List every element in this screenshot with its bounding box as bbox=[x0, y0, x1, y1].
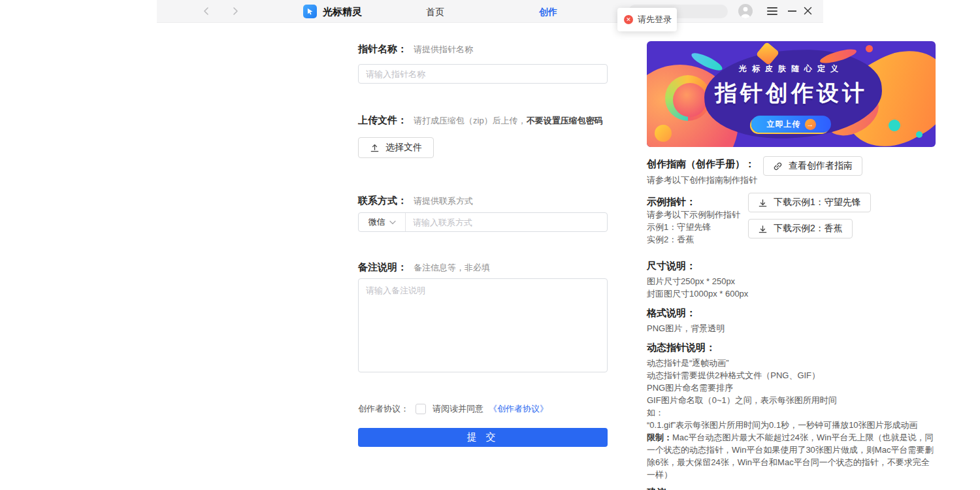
banner-text: 光标皮肤随心定义 指针创作设计 立即上传 → bbox=[647, 41, 936, 133]
app-window: 光标精灵 首页 创作 ✕ 请先登录 指针名称： bbox=[0, 0, 980, 490]
dynamic-line: “0.1.gif”表示每张图片所用时间为0.1秒，一秒钟可播放10张图片形成动画 bbox=[647, 419, 936, 431]
agreement-label: 创作者协议： bbox=[358, 403, 409, 415]
format-section: 格式说明： PNG图片，背景透明 bbox=[647, 307, 936, 335]
remark-textarea[interactable] bbox=[358, 278, 608, 372]
upload-label: 上传文件： bbox=[358, 114, 407, 127]
banner-title: 指针创作设计 bbox=[647, 78, 936, 108]
banner-subtitle: 光标皮肤随心定义 bbox=[647, 41, 936, 74]
dynamic-line: GIF图片命名取（0~1）之间，表示每张图所用时间 bbox=[647, 394, 936, 406]
size-line: 封面图尺寸1000px * 600px bbox=[647, 287, 936, 300]
download-example1-label: 下载示例1：守望先锋 bbox=[774, 197, 861, 208]
contact-type-select[interactable]: 微信 bbox=[359, 213, 406, 231]
contact-input[interactable] bbox=[406, 218, 607, 227]
dynamic-line: 动态指针是“逐帧动画” bbox=[647, 357, 936, 369]
suggestion-section: 建议： 如果您允许，请将源文件放置在上传文件压缩包内，我们如果检查存在一些小错误… bbox=[647, 487, 936, 490]
upload-hint: 请打成压缩包（zip）后上传，不要设置压缩包密码 bbox=[414, 115, 603, 127]
dynamic-line: PNG图片命名需要排序 bbox=[647, 382, 936, 394]
examples-section: 示例指针： 请参考以下示例制作指针 示例1：守望先锋 实例2：香蕉 下载示例1：… bbox=[647, 196, 936, 248]
download-icon bbox=[758, 198, 768, 208]
download-icon bbox=[758, 224, 768, 234]
dynamic-limit-label: 限制： bbox=[647, 433, 672, 442]
format-title: 格式说明： bbox=[647, 307, 936, 319]
download-example2-label: 下载示例2：香蕉 bbox=[774, 223, 843, 235]
nav-item-home[interactable]: 首页 bbox=[426, 7, 444, 18]
agreement-row: 创作者协议： 请阅读并同意 《创作者协议》 bbox=[358, 403, 608, 415]
pointer-name-label: 指针名称： bbox=[358, 43, 407, 56]
minimize-icon[interactable] bbox=[788, 10, 796, 12]
link-icon bbox=[773, 161, 783, 171]
dynamic-title: 动态指针说明： bbox=[647, 342, 936, 354]
view-guide-label: 查看创作者指南 bbox=[789, 160, 853, 172]
error-icon: ✕ bbox=[624, 15, 633, 24]
contact-type-value: 微信 bbox=[368, 216, 385, 228]
window-frame: 光标精灵 首页 创作 ✕ 请先登录 指针名称： bbox=[157, 0, 823, 490]
agreement-text: 请阅读并同意 bbox=[433, 403, 483, 415]
tooltip-text: 请先登录 bbox=[638, 14, 672, 25]
dynamic-line: 如： bbox=[647, 406, 936, 419]
dynamic-limit-text: Mac平台动态图片最大不能超过24张，Win平台无上限（也就是说，同一个状态的动… bbox=[647, 433, 933, 480]
close-icon[interactable] bbox=[803, 6, 813, 16]
size-section: 尺寸说明： 图片尺寸250px * 250px 封面图尺寸1000px * 60… bbox=[647, 260, 936, 300]
size-title: 尺寸说明： bbox=[647, 260, 936, 272]
guide-section: 创作指南（创作手册）： 请参考以下创作指南制作指针 查看创作者指南 bbox=[647, 158, 936, 188]
creation-banner[interactable]: 光标皮肤随心定义 指针创作设计 立即上传 → bbox=[647, 41, 936, 147]
upload-label-row: 上传文件： 请打成压缩包（zip）后上传，不要设置压缩包密码 bbox=[358, 114, 608, 127]
contact-hint: 请提供联系方式 bbox=[414, 195, 473, 207]
download-example1-button[interactable]: 下载示例1：守望先锋 bbox=[748, 193, 871, 212]
contact-label: 联系方式： bbox=[358, 195, 407, 207]
pointer-name-label-row: 指针名称： 请提供指针名称 bbox=[358, 43, 608, 56]
creation-form: 指针名称： 请提供指针名称 上传文件： 请打成压缩包（zip）后上传，不要设置压… bbox=[358, 43, 608, 447]
titlebar: 光标精灵 首页 创作 bbox=[157, 0, 823, 23]
agreement-link[interactable]: 《创作者协议》 bbox=[489, 403, 548, 415]
choose-file-label: 选择文件 bbox=[385, 142, 422, 154]
remark-label-row: 备注说明： 备注信息等，非必填 bbox=[358, 261, 608, 274]
remark-label: 备注说明： bbox=[358, 261, 407, 274]
banner-cta-label: 立即上传 bbox=[767, 119, 801, 130]
submit-button[interactable]: 提 交 bbox=[358, 428, 608, 447]
format-line: PNG图片，背景透明 bbox=[647, 322, 936, 335]
upload-hint-bold: 不要设置压缩包密码 bbox=[527, 116, 603, 125]
upload-icon bbox=[370, 143, 380, 153]
download-example2-button[interactable]: 下载示例2：香蕉 bbox=[748, 219, 853, 238]
pointer-name-input[interactable] bbox=[358, 64, 608, 84]
back-icon[interactable] bbox=[201, 6, 212, 16]
agreement-checkbox[interactable] bbox=[416, 404, 426, 414]
dynamic-line: 动态指针需要提供2种格式文件（PNG、GIF） bbox=[647, 369, 936, 382]
app-logo-cursor-icon bbox=[303, 5, 317, 18]
size-line: 图片尺寸250px * 250px bbox=[647, 275, 936, 287]
forward-icon[interactable] bbox=[230, 6, 240, 16]
pointer-name-hint: 请提供指针名称 bbox=[414, 44, 473, 56]
contact-label-row: 联系方式： 请提供联系方式 bbox=[358, 195, 608, 207]
banner-upload-button[interactable]: 立即上传 → bbox=[751, 116, 831, 133]
dynamic-section: 动态指针说明： 动态指针是“逐帧动画” 动态指针需要提供2种格式文件（PNG、G… bbox=[647, 342, 936, 481]
guide-panel: 光标皮肤随心定义 指针创作设计 立即上传 → 创作指南（创作手册）： 请参考以下… bbox=[647, 41, 936, 490]
app-title: 光标精灵 bbox=[323, 6, 362, 18]
menu-icon[interactable] bbox=[767, 7, 777, 15]
choose-file-button[interactable]: 选择文件 bbox=[358, 137, 434, 158]
arrow-right-icon: → bbox=[805, 119, 816, 130]
suggestion-title: 建议： bbox=[647, 487, 936, 490]
contact-input-group: 微信 bbox=[358, 212, 608, 232]
view-guide-button[interactable]: 查看创作者指南 bbox=[763, 156, 862, 176]
avatar[interactable] bbox=[738, 4, 753, 18]
nav-item-create[interactable]: 创作 bbox=[539, 7, 557, 18]
dynamic-limit: 限制：Mac平台动态图片最大不能超过24张，Win平台无上限（也就是说，同一个状… bbox=[647, 431, 936, 481]
login-required-tooltip: ✕ 请先登录 bbox=[617, 8, 677, 31]
chevron-down-icon bbox=[389, 220, 396, 225]
remark-hint: 备注信息等，非必填 bbox=[414, 262, 490, 274]
